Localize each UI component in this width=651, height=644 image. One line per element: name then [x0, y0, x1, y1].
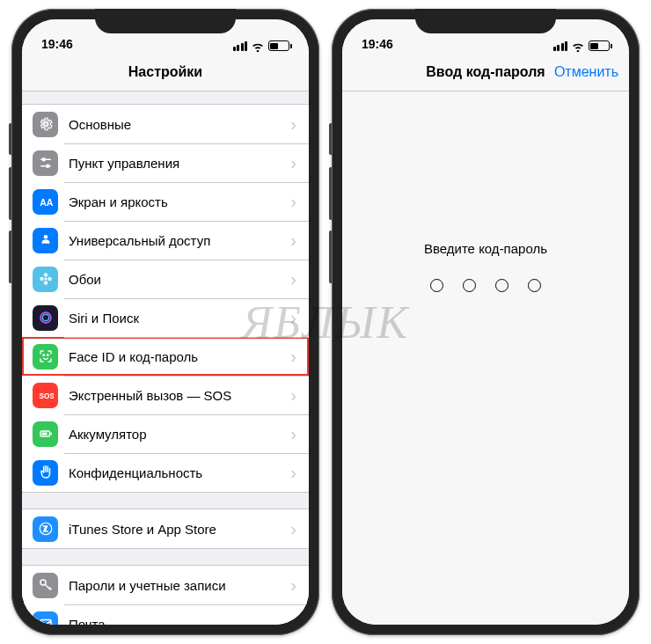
settings-list[interactable]: Основные›Пункт управления›AAЭкран и ярко… — [22, 91, 309, 625]
settings-row-sos[interactable]: SOSЭкстренный вызов — SOS› — [22, 376, 309, 414]
nav-bar: Настройки — [22, 53, 309, 91]
chevron-right-icon: › — [290, 464, 296, 481]
svg-point-11 — [48, 277, 52, 282]
passcode-dot — [463, 279, 476, 292]
row-label: Основные — [69, 117, 290, 132]
passcode-dot — [528, 279, 541, 292]
sliders-icon — [33, 150, 58, 176]
svg-point-7 — [44, 278, 47, 281]
hand-icon — [33, 460, 58, 486]
passcode-dots[interactable] — [430, 279, 541, 292]
row-label: iTunes Store и App Store — [69, 522, 290, 537]
row-label: Аккумулятор — [69, 427, 290, 442]
row-label: Экран и яркость — [69, 194, 290, 209]
settings-row-display[interactable]: AAЭкран и яркость› — [22, 182, 309, 221]
row-label: Обои — [69, 272, 290, 287]
row-label: Почта — [69, 617, 290, 626]
svg-text:AA: AA — [40, 197, 54, 208]
svg-point-4 — [46, 165, 48, 167]
chevron-right-icon: › — [290, 576, 296, 594]
settings-row-accessibility[interactable]: Универсальный доступ› — [22, 221, 309, 260]
chevron-right-icon: › — [290, 309, 296, 326]
svg-text:SOS: SOS — [39, 392, 54, 400]
svg-point-6 — [43, 235, 48, 239]
settings-row-privacy[interactable]: Конфиденциальность› — [22, 453, 309, 492]
settings-row-battery[interactable]: Аккумулятор› — [22, 414, 309, 453]
cellular-icon — [553, 41, 568, 51]
battery-icon — [268, 40, 289, 51]
wifi-icon — [251, 40, 265, 51]
svg-rect-18 — [50, 433, 52, 435]
svg-point-10 — [40, 277, 44, 282]
page-title: Ввод код-пароля — [426, 64, 545, 80]
passcode-prompt: Введите код-пароль — [424, 241, 547, 256]
chevron-right-icon: › — [290, 270, 296, 288]
settings-row-general[interactable]: Основные› — [22, 105, 309, 143]
flower-icon — [33, 267, 58, 292]
status-time: 19:46 — [362, 37, 393, 51]
chevron-right-icon: › — [290, 154, 296, 172]
svg-point-13 — [42, 314, 49, 321]
settings-row-faceid[interactable]: Face ID и код-пароль› — [22, 337, 309, 376]
passcode-dot — [495, 279, 508, 292]
row-label: Face ID и код-пароль — [69, 349, 290, 364]
battery-icon — [589, 40, 610, 51]
aa-icon: AA — [33, 189, 58, 215]
settings-row-siri[interactable]: Siri и Поиск› — [22, 298, 309, 337]
row-label: Экстренный вызов — SOS — [69, 388, 290, 403]
wifi-icon — [571, 40, 585, 51]
mail-icon — [33, 611, 58, 626]
chevron-right-icon: › — [290, 425, 296, 443]
battery-icon — [33, 421, 58, 447]
row-label: Универсальный доступ — [69, 233, 290, 248]
chevron-right-icon: › — [290, 115, 296, 133]
appstore-icon — [33, 516, 58, 542]
svg-rect-19 — [41, 433, 47, 435]
cancel-button[interactable]: Отменить — [554, 64, 618, 80]
chevron-right-icon: › — [290, 520, 296, 538]
chevron-right-icon: › — [290, 193, 296, 210]
chevron-right-icon: › — [290, 615, 296, 625]
row-label: Конфиденциальность — [69, 465, 290, 480]
chevron-right-icon: › — [290, 231, 296, 249]
row-label: Siri и Поиск — [69, 311, 290, 326]
notch — [95, 9, 236, 33]
svg-point-8 — [43, 273, 48, 277]
chevron-right-icon: › — [290, 348, 296, 365]
phone-left: 19:46 Настройки Основные›Пункт управлени… — [11, 9, 319, 635]
gear-icon — [33, 112, 58, 137]
svg-point-21 — [40, 580, 46, 585]
key-icon — [33, 573, 58, 598]
settings-row-wallpaper[interactable]: Обои› — [22, 260, 309, 298]
faceid-icon — [33, 344, 58, 370]
chevron-right-icon: › — [290, 386, 296, 404]
row-label: Пункт управления — [69, 156, 290, 171]
page-title: Настройки — [128, 64, 202, 80]
sos-icon: SOS — [33, 383, 58, 408]
settings-row-control[interactable]: Пункт управления› — [22, 143, 309, 182]
passcode-dot — [430, 279, 443, 292]
svg-point-14 — [43, 355, 45, 356]
passcode-entry: Введите код-пароль — [342, 91, 629, 625]
cellular-icon — [233, 41, 248, 51]
row-label: Пароли и учетные записи — [69, 578, 290, 593]
person-icon — [33, 228, 58, 253]
settings-row-passwords[interactable]: Пароли и учетные записи› — [22, 566, 309, 604]
status-time: 19:46 — [41, 37, 73, 51]
svg-point-9 — [43, 281, 48, 285]
settings-row-mail[interactable]: Почта› — [22, 604, 309, 625]
nav-bar: Ввод код-пароля Отменить — [342, 53, 629, 91]
phone-right: 19:46 Ввод код-пароля Отменить Введите к… — [332, 9, 640, 635]
svg-point-2 — [42, 158, 45, 161]
svg-point-15 — [47, 355, 48, 356]
siri-icon — [33, 305, 58, 331]
settings-row-itunes[interactable]: iTunes Store и App Store› — [22, 509, 309, 548]
notch — [415, 9, 556, 33]
